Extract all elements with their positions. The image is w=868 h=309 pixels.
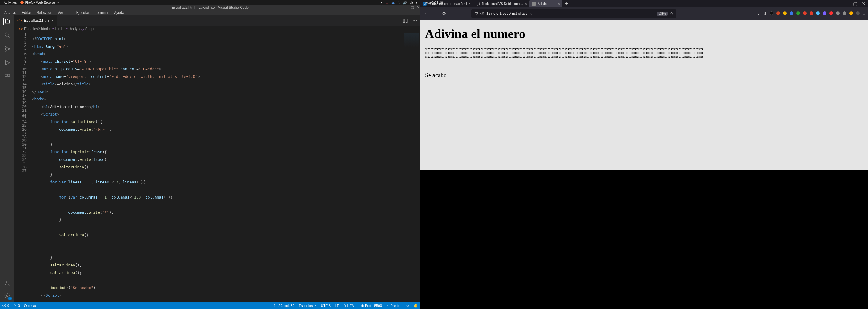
- vscode-titlebar: Estrellas2.html - Javaolinto - Visual St…: [0, 5, 420, 15]
- more-actions-icon[interactable]: ⋯: [412, 18, 417, 23]
- close-icon[interactable]: ×: [469, 2, 470, 5]
- shield-icon[interactable]: 🛡: [474, 11, 478, 16]
- info-icon[interactable]: ⓘ: [480, 11, 484, 16]
- chevron-down-icon: ▾: [415, 1, 417, 4]
- cursor-position[interactable]: Lín. 20, col. 52: [272, 304, 294, 308]
- chevron-down-icon: ▾: [57, 1, 59, 4]
- extension-icon[interactable]: [823, 11, 827, 16]
- quokka-status[interactable]: Quokka: [24, 304, 36, 308]
- menu-terminal[interactable]: Terminal: [93, 10, 111, 16]
- search-icon[interactable]: [4, 31, 11, 38]
- menu-ir[interactable]: Ir: [66, 10, 73, 16]
- editor-tab[interactable]: <> Estrellas2.html ×: [14, 15, 57, 26]
- maximize-button[interactable]: ▢: [411, 5, 414, 9]
- volume-icon[interactable]: 🔊: [403, 1, 407, 4]
- toolbar-extensions: ⌄ ⬇ ≡: [757, 11, 865, 16]
- url-text: 127.0.0.1:5500/Estrellas2.html: [487, 11, 654, 16]
- close-icon[interactable]: ×: [558, 2, 560, 5]
- indentation[interactable]: Espacios: 4: [299, 304, 316, 308]
- browser-tab[interactable]: a Lógica de programación: I ×: [420, 0, 473, 7]
- page-end-text: Se acabo: [425, 72, 863, 79]
- prettier-status[interactable]: ✓ Prettier: [386, 304, 401, 308]
- code-editor[interactable]: <!DOCTYPE html> <html lang="en"> <head> …: [32, 32, 399, 302]
- menu-selección[interactable]: Selección: [34, 10, 55, 16]
- extension-icon[interactable]: [776, 11, 780, 16]
- bookmark-star-icon[interactable]: ☆: [670, 11, 673, 16]
- activity-bar: 1: [0, 15, 14, 302]
- accounts-icon[interactable]: [4, 279, 11, 287]
- breadcrumbs[interactable]: <> Estrellas2.html › ◇ html › ◇ body › ◇…: [14, 26, 420, 32]
- extension-icon[interactable]: [783, 11, 786, 16]
- downloads-icon[interactable]: ⬇: [764, 11, 767, 16]
- extension-icon[interactable]: [803, 11, 807, 16]
- activities-button[interactable]: Activities: [4, 1, 17, 4]
- pocket-icon[interactable]: ⌄: [757, 11, 761, 16]
- tray-icon[interactable]: ▭: [385, 1, 389, 4]
- problems-errors[interactable]: ⓧ 0: [2, 304, 9, 308]
- svg-point-4: [5, 50, 6, 51]
- extension-icon[interactable]: [816, 11, 820, 16]
- back-button[interactable]: ←: [423, 11, 429, 16]
- svg-rect-7: [5, 74, 7, 76]
- forward-button[interactable]: →: [432, 11, 438, 16]
- maximize-button[interactable]: ▢: [853, 1, 858, 7]
- extension-icon[interactable]: [836, 11, 840, 16]
- status-bar: ⓧ 0 ⚠ 0 Quokka Lín. 20, col. 52 Espacios…: [0, 302, 420, 309]
- menu-archivo[interactable]: Archivo: [2, 10, 19, 16]
- menu-ayuda[interactable]: Ayuda: [112, 10, 127, 16]
- favicon-icon: [475, 1, 480, 6]
- update-badge: 1: [8, 297, 12, 300]
- feedback-icon[interactable]: ☺: [406, 304, 409, 308]
- settings-gear-icon[interactable]: 1: [4, 292, 11, 299]
- extension-icon[interactable]: [849, 11, 853, 16]
- split-editor-icon[interactable]: ▯▯: [403, 18, 408, 23]
- app-menu[interactable]: Firefox Web Browser ▾: [20, 1, 59, 4]
- power-icon[interactable]: ⏻: [410, 1, 413, 4]
- app-menu-button[interactable]: ≡: [863, 11, 865, 16]
- symbol-icon: ◇: [81, 27, 84, 31]
- address-bar[interactable]: 🛡 ⓘ 127.0.0.1:5500/Estrellas2.html 133% …: [471, 9, 676, 18]
- zoom-indicator[interactable]: 133%: [657, 12, 668, 16]
- explorer-icon[interactable]: [3, 18, 10, 25]
- menu-ver[interactable]: Ver: [55, 10, 65, 16]
- system-tray[interactable]: ● ▭ ☁ ⇅ 🔊 ⏻ ▾: [380, 1, 418, 4]
- minimize-button[interactable]: —: [404, 5, 408, 9]
- new-tab-button[interactable]: +: [562, 0, 571, 7]
- language-mode[interactable]: ◇ HTML: [343, 304, 356, 308]
- minimap[interactable]: [399, 32, 420, 302]
- encoding[interactable]: UTF-8: [321, 304, 331, 308]
- network-icon[interactable]: ⇅: [397, 1, 400, 4]
- extension-icon[interactable]: [843, 11, 846, 16]
- browser-toolbar: ← → ⟳ 🛡 ⓘ 127.0.0.1:5500/Estrellas2.html…: [420, 7, 868, 20]
- close-icon[interactable]: ×: [525, 2, 527, 5]
- extension-icon[interactable]: [856, 11, 860, 16]
- close-icon[interactable]: ×: [51, 18, 54, 23]
- viewport-empty: [420, 170, 868, 309]
- close-button[interactable]: ✕: [862, 1, 866, 7]
- notifications-icon[interactable]: 🔔: [413, 304, 418, 308]
- close-button[interactable]: ✕: [417, 5, 420, 9]
- svg-point-3: [5, 47, 6, 48]
- tray-icon[interactable]: ●: [381, 1, 383, 4]
- extension-icon[interactable]: [830, 11, 833, 16]
- extension-icon[interactable]: [796, 11, 800, 16]
- problems-warnings[interactable]: ⚠ 0: [13, 304, 20, 308]
- source-control-icon[interactable]: [4, 45, 11, 53]
- favicon-icon: [532, 1, 536, 6]
- browser-viewport[interactable]: Adivina el numero **********************…: [420, 20, 868, 170]
- extension-icon[interactable]: [770, 11, 773, 16]
- extensions-icon[interactable]: [4, 73, 11, 80]
- menu-ejecutar[interactable]: Ejecutar: [74, 10, 92, 16]
- eol[interactable]: LF: [335, 304, 339, 308]
- run-debug-icon[interactable]: [4, 59, 11, 66]
- tray-icon[interactable]: ☁: [391, 1, 395, 4]
- browser-tab-active[interactable]: Adivina ×: [529, 0, 562, 7]
- extension-icon[interactable]: [789, 11, 793, 16]
- browser-tab[interactable]: Triple igual VS Doble igua… ×: [473, 0, 529, 7]
- menu-editar[interactable]: Editar: [19, 10, 33, 16]
- live-server-port[interactable]: ◉ Port : 5500: [361, 304, 382, 308]
- extension-icon[interactable]: [809, 11, 813, 16]
- menubar: ArchivoEditarSelecciónVerIrEjecutarTermi…: [0, 10, 420, 15]
- reload-button[interactable]: ⟳: [441, 11, 447, 17]
- minimize-button[interactable]: —: [844, 1, 849, 6]
